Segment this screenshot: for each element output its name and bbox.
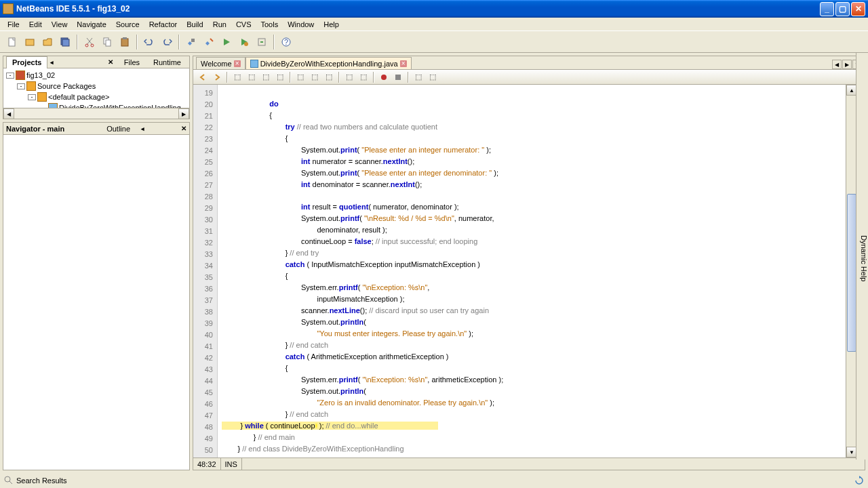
tab-runtime[interactable]: Runtime — [148, 56, 186, 68]
new-file-icon[interactable] — [4, 34, 20, 50]
project-tree[interactable]: -fig13_02 -Source Packages -<default pac… — [3, 68, 189, 108]
java-file-icon — [250, 60, 258, 68]
close-tab-icon[interactable]: × — [234, 60, 241, 67]
find-prev-icon[interactable]: ⬚ — [245, 71, 258, 83]
next-bookmark-icon[interactable]: ⬚ — [308, 71, 321, 83]
tab-projects[interactable]: Projects — [6, 56, 47, 68]
menu-source[interactable]: Source — [111, 19, 144, 30]
svg-rect-3 — [62, 39, 69, 46]
comment-icon[interactable]: ⬚ — [412, 71, 425, 83]
svg-rect-9 — [123, 37, 127, 39]
main-toolbar: ? — [0, 31, 868, 53]
tree-project[interactable]: fig13_02 — [26, 71, 55, 79]
svg-point-15 — [381, 75, 387, 80]
tree-package[interactable]: <default package> — [48, 93, 110, 101]
line-gutter[interactable]: 19 20 21 22 23 24 25 26 27 28 29 30 31 3… — [193, 85, 218, 458]
search-results-label[interactable]: Search Results — [16, 476, 67, 485]
svg-point-11 — [244, 42, 248, 46]
window-title: NetBeans IDE 5.5.1 - fig13_02 — [16, 4, 820, 14]
status-footer: Search Results — [0, 473, 868, 488]
svg-rect-8 — [121, 39, 128, 46]
menu-tools[interactable]: Tools — [256, 19, 283, 30]
copy-icon[interactable] — [99, 34, 115, 50]
tab-source-file[interactable]: DivideByZeroWithExceptionHandling.java× — [245, 57, 412, 69]
open-project-icon[interactable] — [39, 34, 56, 50]
svg-rect-16 — [395, 75, 401, 80]
menu-cvs[interactable]: CVS — [231, 19, 256, 30]
back-icon[interactable] — [196, 71, 210, 83]
build-icon[interactable] — [183, 34, 199, 50]
svg-rect-10 — [191, 39, 195, 42]
debug-icon[interactable] — [236, 34, 252, 50]
svg-rect-0 — [9, 38, 15, 46]
close-icon[interactable]: ✕ — [181, 125, 186, 132]
menu-file[interactable]: File — [3, 19, 24, 30]
maximize-button[interactable]: ▢ — [835, 2, 850, 16]
uncomment-icon[interactable]: ⬚ — [426, 71, 439, 83]
editor-toolbar: ⬚ ⬚ ⬚ ⬚ ⬚ ⬚ ⬚ ⬚ ⬚ ⬚ ⬚ — [193, 70, 865, 85]
svg-text:?: ? — [284, 38, 288, 46]
scroll-right-icon[interactable]: ▶ — [178, 108, 189, 119]
save-all-icon[interactable] — [57, 34, 73, 50]
menu-window[interactable]: Window — [283, 19, 319, 30]
menu-navigate[interactable]: Navigate — [72, 19, 111, 30]
menu-edit[interactable]: Edit — [24, 19, 47, 30]
menu-refactor[interactable]: Refactor — [144, 19, 182, 30]
minimize-button[interactable]: _ — [820, 2, 834, 16]
macro-stop-icon[interactable] — [391, 71, 405, 83]
svg-rect-7 — [106, 40, 111, 46]
navigator-title: Navigator - main — [6, 125, 64, 133]
code-editor[interactable]: do { try // read two numbers and calcula… — [218, 85, 846, 458]
prev-bookmark-icon[interactable]: ⬚ — [294, 71, 307, 83]
navigator-tree[interactable] — [3, 135, 189, 470]
tab-outline[interactable]: Outline — [101, 123, 136, 135]
forward-icon[interactable] — [210, 71, 224, 83]
redo-icon[interactable] — [159, 34, 175, 50]
close-button[interactable]: ✕ — [851, 2, 865, 16]
find-selection-icon[interactable]: ⬚ — [231, 71, 244, 83]
editor-status-bar: 48:32 INS — [193, 458, 865, 470]
new-project-icon[interactable] — [22, 34, 38, 50]
close-icon[interactable]: ✕ — [108, 58, 113, 66]
paste-icon[interactable] — [117, 34, 133, 50]
cursor-position: 48:32 — [193, 458, 221, 470]
refresh-icon[interactable] — [854, 476, 864, 485]
shift-left-icon[interactable]: ⬚ — [342, 71, 356, 83]
macro-record-icon[interactable] — [377, 71, 391, 83]
vertical-scrollbar[interactable]: ▲ ▼ — [846, 85, 856, 458]
menu-bar: File Edit View Navigate Source Refactor … — [0, 18, 868, 31]
tab-files[interactable]: Files — [119, 56, 145, 68]
find-next-icon[interactable]: ⬚ — [259, 71, 273, 83]
menu-view[interactable]: View — [47, 19, 73, 30]
toggle-highlight-icon[interactable]: ⬚ — [273, 71, 287, 83]
tab-welcome[interactable]: Welcome× — [196, 57, 245, 69]
shift-right-icon[interactable]: ⬚ — [357, 71, 370, 83]
scroll-tabs-right-icon[interactable]: ▶ — [842, 60, 852, 69]
toggle-bookmark-icon[interactable]: ⬚ — [322, 71, 336, 83]
clean-build-icon[interactable] — [201, 34, 217, 50]
insert-mode: INS — [221, 458, 242, 470]
app-icon — [3, 3, 14, 14]
search-icon — [4, 476, 14, 485]
attach-debug-icon[interactable] — [254, 34, 270, 50]
help-icon[interactable]: ? — [278, 34, 294, 50]
menu-run[interactable]: Run — [208, 19, 231, 30]
title-bar: NetBeans IDE 5.5.1 - fig13_02 _ ▢ ✕ — [0, 0, 868, 18]
cut-icon[interactable] — [81, 34, 98, 50]
svg-rect-1 — [26, 39, 34, 45]
close-tab-icon[interactable]: × — [400, 60, 407, 67]
menu-help[interactable]: Help — [319, 19, 344, 30]
dynamic-help-tab[interactable]: Dynamic Help — [856, 53, 868, 460]
menu-build[interactable]: Build — [182, 19, 208, 30]
svg-point-17 — [5, 476, 10, 482]
run-icon[interactable] — [218, 34, 235, 50]
undo-icon[interactable] — [141, 34, 157, 50]
scroll-left-icon[interactable]: ◀ — [3, 108, 14, 119]
tree-source[interactable]: Source Packages — [37, 82, 96, 90]
scroll-tabs-left-icon[interactable]: ◀ — [832, 60, 842, 69]
